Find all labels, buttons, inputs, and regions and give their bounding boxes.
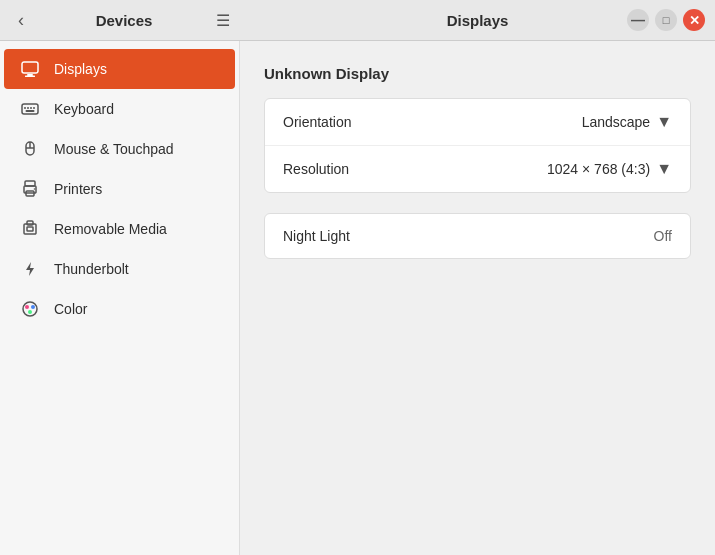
night-light-card[interactable]: Night Light Off <box>264 213 691 259</box>
titlebar-left: ‹ Devices ☰ <box>0 6 240 35</box>
mouse-icon <box>20 139 40 159</box>
main-container: Displays Keyboard <box>0 41 715 555</box>
resolution-row: Resolution 1024 × 768 (4:3) ▼ <box>265 146 690 192</box>
sidebar-item-removable[interactable]: Removable Media <box>4 209 235 249</box>
minimize-button[interactable]: — <box>627 9 649 31</box>
resolution-value-container[interactable]: 1024 × 768 (4:3) ▼ <box>547 160 672 178</box>
svg-point-21 <box>25 305 29 309</box>
sidebar-item-printers[interactable]: Printers <box>4 169 235 209</box>
content-title: Displays <box>447 12 509 29</box>
sidebar-item-thunderbolt[interactable]: Thunderbolt <box>4 249 235 289</box>
menu-icon[interactable]: ☰ <box>216 11 230 30</box>
svg-rect-0 <box>22 62 38 73</box>
svg-rect-18 <box>27 227 33 231</box>
printers-icon <box>20 179 40 199</box>
orientation-value: Landscape <box>582 114 651 130</box>
night-light-label: Night Light <box>283 228 350 244</box>
night-light-value: Off <box>654 228 672 244</box>
sidebar-item-mouse[interactable]: Mouse & Touchpad <box>4 129 235 169</box>
svg-marker-19 <box>26 262 34 276</box>
sidebar: Displays Keyboard <box>0 41 240 555</box>
maximize-button[interactable]: □ <box>655 9 677 31</box>
titlebar: ‹ Devices ☰ Displays — □ ✕ <box>0 0 715 41</box>
orientation-row: Orientation Landscape ▼ <box>265 99 690 146</box>
orientation-value-container[interactable]: Landscape ▼ <box>582 113 672 131</box>
close-button[interactable]: ✕ <box>683 9 705 31</box>
sidebar-title: Devices <box>42 12 206 29</box>
titlebar-right: Displays — □ ✕ <box>240 12 715 29</box>
svg-rect-17 <box>27 221 33 225</box>
svg-rect-3 <box>22 104 38 114</box>
resolution-dropdown-arrow: ▼ <box>656 160 672 178</box>
content-area: Unknown Display Orientation Landscape ▼ … <box>240 41 715 555</box>
orientation-label: Orientation <box>283 114 351 130</box>
window-controls: — □ ✕ <box>627 9 705 31</box>
sidebar-item-keyboard[interactable]: Keyboard <box>4 89 235 129</box>
svg-point-23 <box>28 310 32 314</box>
resolution-label: Resolution <box>283 161 349 177</box>
svg-point-22 <box>31 305 35 309</box>
sidebar-label-removable: Removable Media <box>54 221 167 237</box>
back-button[interactable]: ‹ <box>10 6 32 35</box>
svg-point-15 <box>34 188 36 190</box>
sidebar-label-keyboard: Keyboard <box>54 101 114 117</box>
section-title: Unknown Display <box>264 65 691 82</box>
display-settings-card: Orientation Landscape ▼ Resolution 1024 … <box>264 98 691 193</box>
displays-icon <box>20 59 40 79</box>
color-icon <box>20 299 40 319</box>
svg-rect-2 <box>25 76 35 78</box>
removable-icon <box>20 219 40 239</box>
sidebar-label-displays: Displays <box>54 61 107 77</box>
sidebar-label-thunderbolt: Thunderbolt <box>54 261 129 277</box>
sidebar-label-printers: Printers <box>54 181 102 197</box>
resolution-value: 1024 × 768 (4:3) <box>547 161 650 177</box>
night-light-row: Night Light Off <box>265 214 690 258</box>
sidebar-item-color[interactable]: Color <box>4 289 235 329</box>
sidebar-label-mouse: Mouse & Touchpad <box>54 141 174 157</box>
sidebar-item-displays[interactable]: Displays <box>4 49 235 89</box>
thunderbolt-icon <box>20 259 40 279</box>
sidebar-label-color: Color <box>54 301 87 317</box>
keyboard-icon <box>20 99 40 119</box>
orientation-dropdown-arrow: ▼ <box>656 113 672 131</box>
